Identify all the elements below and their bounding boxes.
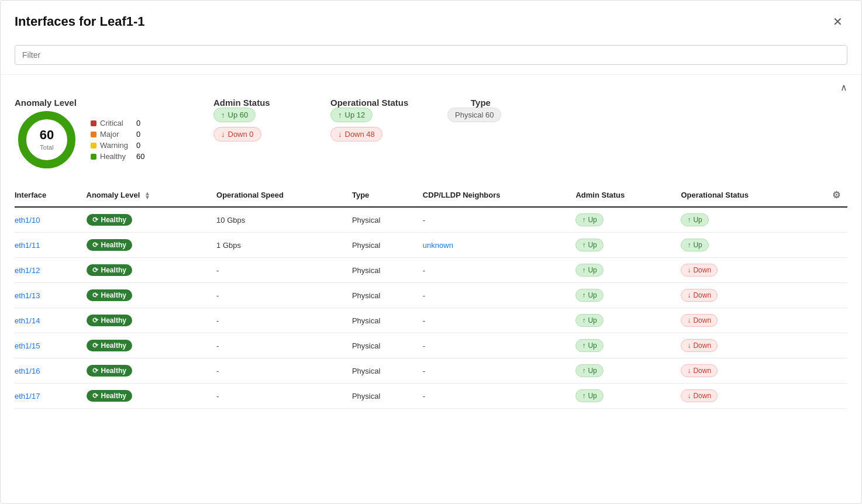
cell-speed: 1 Gbps — [209, 233, 345, 258]
sync-icon: ⟳ — [92, 367, 98, 375]
legend-dot — [91, 120, 96, 126]
anomaly-sort-icon[interactable]: ▲▼ — [144, 191, 150, 199]
summary-labels: Anomaly Level Admin Status Operational S… — [15, 98, 847, 108]
arrow-up-icon — [221, 111, 225, 119]
speed-value: - — [216, 392, 219, 401]
oper-arrow: ↑ — [687, 241, 691, 249]
cell-type: Physical — [345, 233, 416, 258]
type-value: Physical — [352, 316, 380, 325]
admin-label: Up — [588, 241, 596, 249]
col-neighbors: CDP/LLDP Neighbors — [416, 184, 569, 207]
oper-status-badge: ↓ Down — [681, 389, 718, 402]
table-row: eth1/10 ⟳ Healthy 10 Gbps Physical - ↑ U… — [15, 207, 847, 233]
legend-val: 0 — [136, 119, 140, 127]
anomaly-label: Healthy — [101, 291, 126, 299]
cell-type: Physical — [345, 358, 416, 384]
neighbor-link[interactable]: unknown — [423, 241, 453, 250]
cell-interface: eth1/11 — [15, 233, 80, 258]
header-row: Interface Anomaly Level ▲▼ Operational S… — [15, 184, 847, 207]
close-button[interactable]: ✕ — [828, 12, 847, 31]
legend-val: 0 — [136, 130, 140, 139]
oper-arrow: ↓ — [687, 367, 691, 375]
cell-speed: 10 Gbps — [209, 207, 345, 233]
cell-neighbors: - — [416, 258, 569, 283]
cell-admin: ↑ Up — [568, 283, 674, 308]
cell-admin: ↑ Up — [568, 207, 674, 233]
neighbor-value: - — [423, 367, 425, 375]
type-value: Physical — [352, 241, 380, 250]
cell-neighbors: - — [416, 207, 569, 233]
status-pill[interactable]: Down 0 — [213, 127, 261, 141]
anomaly-label: Healthy — [101, 367, 126, 375]
cell-neighbors: - — [416, 358, 569, 384]
oper-status-badge: ↑ Up — [681, 213, 708, 226]
legend-item: Major 0 — [91, 130, 144, 139]
speed-value: - — [216, 291, 219, 300]
cell-interface: eth1/15 — [15, 333, 80, 358]
admin-arrow: ↑ — [582, 392, 585, 400]
modal-title: Interfaces for Leaf1-1 — [15, 14, 145, 29]
interface-link[interactable]: eth1/15 — [15, 341, 40, 350]
oper-arrow: ↓ — [687, 266, 691, 274]
anomaly-legend: Critical 0 Major 0 Warning 0 Healthy 60 — [91, 119, 144, 161]
interface-link[interactable]: eth1/14 — [15, 316, 40, 325]
table-section: Interface Anomaly Level ▲▼ Operational S… — [1, 184, 861, 409]
legend-item: Healthy 60 — [91, 152, 144, 161]
admin-arrow: ↑ — [582, 216, 585, 224]
pill-label: Up 12 — [345, 111, 366, 119]
neighbor-value: - — [423, 266, 425, 275]
arrow-down-icon — [338, 130, 342, 139]
admin-arrow: ↑ — [582, 316, 585, 325]
settings-icon[interactable]: ⚙ — [832, 190, 840, 200]
admin-status-badge: ↑ Up — [575, 264, 603, 277]
table-row: eth1/11 ⟳ Healthy 1 Gbps Physical unknow… — [15, 233, 847, 258]
summary-content: 60 Total Critical 0 Major 0 Warning 0 He… — [15, 108, 847, 172]
pill-label: Down 48 — [345, 130, 375, 139]
oper-arrow: ↑ — [687, 216, 691, 224]
anomaly-badge: ⟳ Healthy — [87, 239, 132, 251]
status-pill[interactable]: Up 12 — [330, 108, 373, 122]
oper-arrow: ↓ — [687, 316, 691, 325]
interface-link[interactable]: eth1/12 — [15, 266, 40, 275]
anomaly-level-title: Anomaly Level — [15, 98, 178, 108]
admin-label: Up — [588, 266, 596, 274]
oper-status-badge: ↓ Down — [681, 339, 718, 352]
interface-link[interactable]: eth1/11 — [15, 241, 40, 250]
admin-status-pills: Up 60Down 0 — [213, 108, 295, 141]
anomaly-badge: ⟳ Healthy — [87, 315, 132, 326]
admin-status-badge: ↑ Up — [575, 314, 603, 327]
legend-key: Healthy — [100, 152, 133, 161]
status-pill[interactable]: Physical 60 — [447, 108, 501, 122]
interface-link[interactable]: eth1/13 — [15, 291, 40, 300]
type-value: Physical — [352, 367, 380, 375]
donut-label: Total — [40, 144, 53, 151]
col-interface: Interface — [15, 184, 80, 207]
admin-label: Up — [588, 316, 596, 325]
legend-dot — [91, 143, 96, 149]
cell-speed: - — [209, 308, 345, 333]
interface-link[interactable]: eth1/16 — [15, 367, 40, 375]
operational-status-title: Operational Status — [330, 98, 436, 108]
interface-link[interactable]: eth1/17 — [15, 392, 40, 401]
admin-arrow: ↑ — [582, 241, 585, 249]
interface-link[interactable]: eth1/10 — [15, 216, 40, 225]
type-value: Physical — [352, 216, 380, 225]
cell-oper: ↑ Up — [674, 207, 810, 233]
cell-oper: ↓ Down — [674, 358, 810, 384]
legend-key: Major — [100, 130, 133, 139]
col-admin: Admin Status — [568, 184, 674, 207]
anomaly-badge: ⟳ Healthy — [87, 289, 132, 301]
filter-input[interactable] — [15, 45, 847, 65]
table-row: eth1/16 ⟳ Healthy - Physical - ↑ Up ↓ Do… — [15, 358, 847, 384]
admin-label: Up — [588, 392, 596, 400]
sync-icon: ⟳ — [92, 392, 98, 400]
status-pill[interactable]: Down 48 — [330, 127, 382, 141]
table-row: eth1/14 ⟳ Healthy - Physical - ↑ Up ↓ Do… — [15, 308, 847, 333]
cell-admin: ↑ Up — [568, 333, 674, 358]
collapse-button[interactable]: ∧ — [840, 82, 847, 93]
status-pill[interactable]: Up 60 — [213, 108, 256, 122]
cell-oper: ↓ Down — [674, 258, 810, 283]
oper-label: Down — [693, 291, 711, 299]
cell-oper: ↑ Up — [674, 233, 810, 258]
arrow-down-icon — [221, 130, 225, 139]
